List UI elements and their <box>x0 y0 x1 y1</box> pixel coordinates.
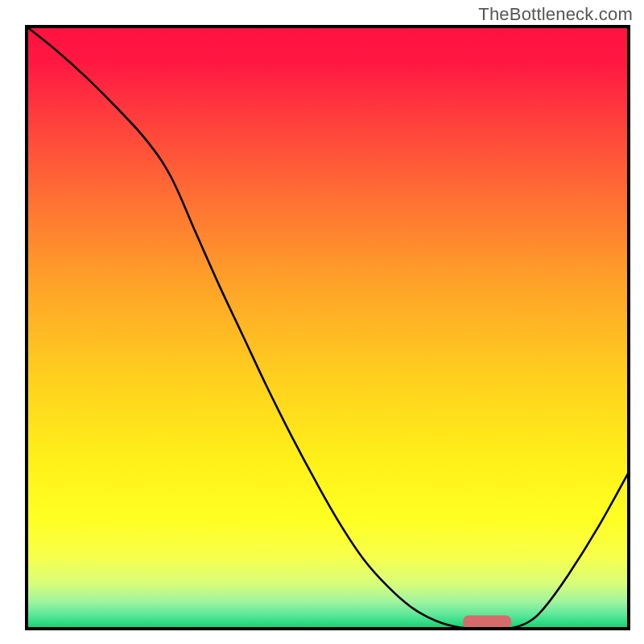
bottleneck-chart <box>0 0 644 644</box>
watermark-text: TheBottleneck.com <box>478 4 633 25</box>
optimal-marker <box>463 616 511 629</box>
plot-background <box>27 27 629 629</box>
chart-container: TheBottleneck.com <box>0 0 644 644</box>
